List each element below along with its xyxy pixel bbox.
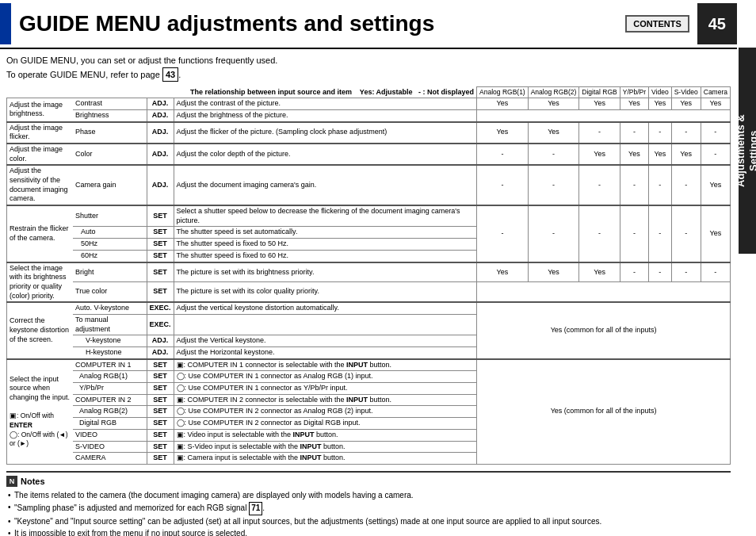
intro-text: On GUIDE MENU, you can set or adjust the… xyxy=(6,54,731,82)
notes-title: N Notes xyxy=(6,476,731,487)
page-ref-71[interactable]: 71 xyxy=(249,502,262,515)
table-row: Brightness ADJ. Adjust the brightness of… xyxy=(7,109,731,121)
page-number: 45 xyxy=(697,3,737,44)
contents-button[interactable]: CONTENTS xyxy=(625,15,689,33)
col-svideo: S-Video xyxy=(671,87,701,98)
table-row: Adjust the image brightness. Contrast AD… xyxy=(7,98,731,110)
notes-list: The items related to the camera (the doc… xyxy=(6,490,731,536)
col-analog2: Analog RGB(2) xyxy=(528,87,579,98)
side-tab: Adjustments &Settings xyxy=(739,48,756,254)
col-digital: Digital RGB xyxy=(579,87,620,98)
notes-section: N Notes The items related to the camera … xyxy=(6,471,731,536)
page-title: GUIDE MENU adjustments and settings xyxy=(11,11,625,36)
table-row: Adjust the image flicker. Phase ADJ. Adj… xyxy=(7,122,731,144)
blue-bar xyxy=(0,3,11,44)
main-content: On GUIDE MENU, you can set or adjust the… xyxy=(0,49,737,536)
page-header: GUIDE MENU adjustments and settings CONT… xyxy=(0,0,737,49)
list-item: "Sampling phase" is adjusted and memoriz… xyxy=(6,502,731,515)
table-row: Correct the keystone distortion of the s… xyxy=(7,302,731,314)
col-ypbpr: Y/Pb/Pr xyxy=(620,87,648,98)
table-row: True color SET The picture is set with i… xyxy=(7,282,731,302)
main-data-table: The relationship between input source an… xyxy=(6,86,731,465)
table-row: Restrain the flicker of the camera. Shut… xyxy=(7,205,731,227)
table-row: Adjust the image color. Color ADJ. Adjus… xyxy=(7,144,731,165)
list-item: "Keystone" and "Input source setting" ca… xyxy=(6,516,731,528)
notes-icon: N xyxy=(6,476,17,487)
table-row: Select the input source when changing th… xyxy=(7,359,731,371)
col-video: Video xyxy=(649,87,672,98)
page-ref-43[interactable]: 43 xyxy=(162,67,178,82)
compat-header-text: The relationship between input source an… xyxy=(190,88,474,96)
table-row: Select the image with its brightness pri… xyxy=(7,262,731,282)
col-analog1: Analog RGB(1) xyxy=(477,87,529,98)
list-item: It is impossible to exit from the menu i… xyxy=(6,528,731,536)
list-item: The items related to the camera (the doc… xyxy=(6,490,731,502)
col-camera: Camera xyxy=(701,87,730,98)
table-row: Adjust the sensitivity of the document i… xyxy=(7,165,731,205)
